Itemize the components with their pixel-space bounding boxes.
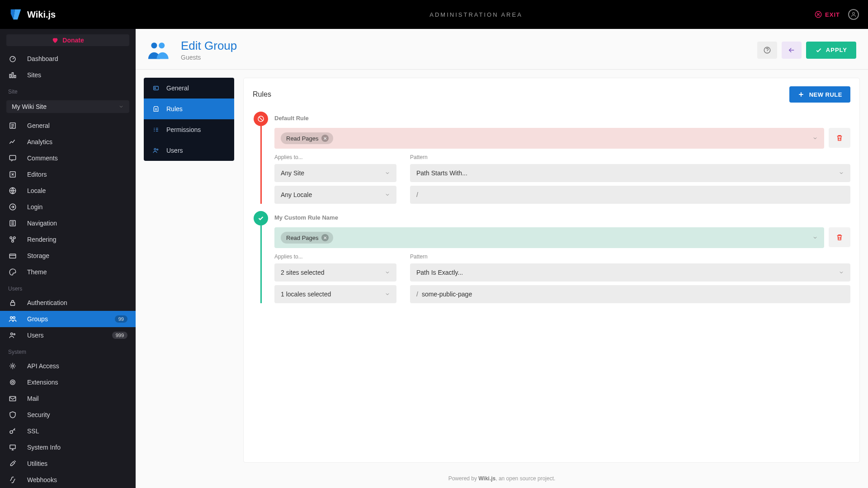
sidebar-item-sites[interactable]: Sites (0, 67, 136, 83)
sidebar-item-extensions[interactable]: Extensions (0, 374, 136, 390)
applies-to-label: Applies to... (274, 253, 396, 260)
tab-rules[interactable]: Rules (144, 99, 234, 119)
sites-icon (8, 70, 17, 80)
sidebar-item-authentication[interactable]: Authentication (0, 295, 136, 311)
permission-chip: Read Pages ✕ (281, 232, 333, 244)
footer-suffix: , an open source project. (495, 475, 555, 482)
sidebar-item-webhooks[interactable]: Webhooks (0, 472, 136, 488)
user-menu-button[interactable] (848, 9, 859, 20)
rule-pattern-mode-select[interactable]: Path Is Exactly... (410, 263, 850, 282)
tab-label: General (166, 84, 189, 92)
apply-button[interactable]: APPLY (806, 42, 856, 59)
rule-pattern-mode-select[interactable]: Path Starts With... (410, 164, 850, 182)
sidebar-item-label: Storage (27, 252, 49, 259)
sidebar-item-api-access[interactable]: API Access (0, 358, 136, 374)
sidebar-item-users[interactable]: Users999 (0, 327, 136, 343)
sidebar-item-label: SSL (27, 427, 39, 435)
chip-remove-button[interactable]: ✕ (321, 234, 329, 241)
sidebar-item-locale[interactable]: Locale (0, 183, 136, 199)
rule-type-icon (254, 112, 268, 126)
new-rule-label: NEW RULE (809, 91, 842, 98)
delete-rule-button[interactable] (829, 227, 850, 247)
chevron-down-icon (839, 170, 844, 176)
tab-label: Users (166, 147, 183, 154)
sidebar-item-mail[interactable]: Mail (0, 390, 136, 407)
permissions-icon (152, 126, 160, 134)
sidebar-item-label: Theme (27, 268, 47, 276)
tab-permissions[interactable]: Permissions (144, 119, 234, 140)
sidebar-item-login[interactable]: Login (0, 199, 136, 215)
new-rule-button[interactable]: NEW RULE (789, 86, 850, 103)
sidebar-item-navigation[interactable]: Navigation (0, 215, 136, 231)
login-icon (8, 202, 17, 211)
logo[interactable]: Wiki.js (9, 8, 138, 21)
group-tabs: General Rules Permissions Users (144, 78, 234, 161)
sidebar-item-general[interactable]: General (0, 117, 136, 134)
sidebar-item-label: System Info (27, 444, 61, 451)
rule-permissions-select[interactable]: Read Pages ✕ (274, 128, 824, 149)
groups-icon (8, 314, 17, 324)
sidebar-item-label: Webhooks (27, 476, 57, 483)
sidebar-item-editors[interactable]: Editors (0, 166, 136, 183)
chip-remove-button[interactable]: ✕ (321, 135, 329, 142)
exit-button[interactable]: EXIT (814, 10, 840, 19)
rule-pattern-mode-value: Path Starts With... (416, 169, 467, 177)
footer: Powered by Wiki.js, an open source proje… (136, 471, 868, 488)
rule-site-select[interactable]: Any Site (274, 164, 396, 182)
back-button[interactable] (782, 42, 802, 59)
help-button[interactable] (757, 42, 777, 59)
svg-point-19 (11, 333, 13, 335)
chevron-down-icon (385, 270, 390, 275)
sidebar-item-rendering[interactable]: Rendering (0, 231, 136, 248)
rule-block: My Custom Rule Name Read Pages ✕ (244, 208, 859, 308)
svg-rect-3 (9, 75, 11, 78)
site-selected-value: My Wiki Site (12, 103, 47, 110)
sidebar-item-ssl[interactable]: SSL (0, 423, 136, 439)
tab-label: Permissions (166, 126, 201, 133)
tab-general[interactable]: General (144, 78, 234, 99)
sidebar-item-storage[interactable]: Storage (0, 248, 136, 264)
svg-point-24 (10, 431, 13, 433)
svg-point-22 (12, 381, 14, 384)
rule-locale-select[interactable]: 1 locales selected (274, 285, 396, 303)
sidebar-item-label: Locale (27, 187, 46, 194)
chevron-down-icon (839, 270, 844, 275)
rule-site-select[interactable]: 2 sites selected (274, 263, 396, 282)
navigation-icon (8, 219, 17, 228)
mail-icon (8, 394, 17, 403)
sidebar-item-security[interactable]: Security (0, 407, 136, 423)
rule-pattern-mode-value: Path Is Exactly... (416, 269, 463, 276)
applies-to-label: Applies to... (274, 154, 396, 160)
sidebar-item-label: API Access (27, 362, 59, 370)
heart-icon (52, 37, 59, 44)
svg-point-30 (155, 88, 156, 89)
rules-icon (152, 105, 160, 113)
delete-rule-button[interactable] (829, 128, 850, 148)
rule-permissions-select[interactable]: Read Pages ✕ (274, 227, 824, 248)
donate-button[interactable]: Donate (6, 34, 129, 46)
svg-point-31 (154, 148, 156, 150)
sidebar-item-system-info[interactable]: System Info (0, 439, 136, 455)
sidebar-item-dashboard[interactable]: Dashboard (0, 51, 136, 67)
sidebar-item-label: Extensions (27, 379, 58, 386)
sidebar-item-label: Comments (27, 155, 58, 162)
key-icon (8, 427, 17, 436)
svg-rect-5 (14, 75, 16, 78)
sidebar-item-groups[interactable]: Groups99 (0, 311, 136, 327)
sidebar-item-label: General (27, 122, 50, 129)
rule-pattern-input[interactable]: / (410, 186, 850, 204)
tools-icon (8, 459, 17, 468)
sidebar-item-label: Authentication (27, 299, 67, 306)
sidebar-item-label: Utilities (27, 460, 47, 467)
sidebar-item-label: Mail (27, 395, 39, 402)
sidebar-item-utilities[interactable]: Utilities (0, 455, 136, 472)
shield-icon (8, 410, 17, 419)
sidebar-item-theme[interactable]: Theme (0, 264, 136, 280)
tab-users[interactable]: Users (144, 140, 234, 161)
rule-pattern-input[interactable]: /some-public-page (410, 285, 850, 303)
sidebar-item-comments[interactable]: Comments (0, 150, 136, 166)
site-selector[interactable]: My Wiki Site (6, 100, 129, 113)
sidebar-item-analytics[interactable]: Analytics (0, 134, 136, 150)
general-icon (8, 121, 17, 130)
rule-locale-select[interactable]: Any Locale (274, 186, 396, 204)
